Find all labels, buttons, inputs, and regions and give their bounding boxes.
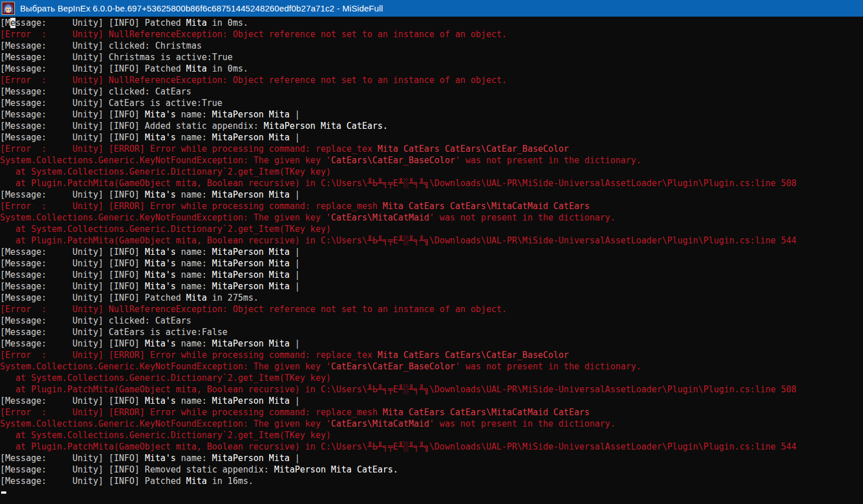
log-text-segment: name: [176,396,212,406]
log-text-segment: System.Collections.Generic.KeyNotFoundEx… [0,155,331,166]
log-text-segment: MitaPerson Mita [212,258,289,269]
log-text-segment: Mita [186,18,207,28]
console-line: [Message: Unity] [INFO] Mita's name: Mit… [0,452,863,464]
log-text-segment: [Error : Unity] [ERROR] Error while proc… [0,350,377,360]
console-line: [Message: Unity] [INFO] Added static app… [0,120,863,132]
log-text-segment: Mita's [145,109,176,120]
log-text-segment: MitaPerson Mita [212,453,289,463]
console-line: System.Collections.Generic.KeyNotFoundEx… [0,212,863,223]
log-text-segment: MitaPerson Mita [212,190,289,200]
console-line: System.Collections.Generic.KeyNotFoundEx… [0,418,863,430]
console-window: Выбрать BepInEx 6.0.0-be.697+53625800b86… [0,0,863,504]
log-text-segment: [Message: Unity] Christmas is active:Tru… [0,52,233,62]
titlebar[interactable]: Выбрать BepInEx 6.0.0-be.697+53625800b86… [0,0,863,17]
console-line: at System.Collections.Generic.Dictionary… [0,372,863,384]
log-text-segment: [Error : Unity] [ERROR] Error while proc… [0,144,377,154]
selection-block-cursor: e [10,18,15,28]
console-line: [Error : Unity] [ERROR] Error while proc… [0,407,863,418]
console-line: [Error : Unity] NullReferenceException: … [0,74,863,86]
log-text-segment: ' was not present in the dictionary. [455,155,641,166]
log-text-segment: name: [176,109,212,120]
console-line: [Message: Unity] [INFO] Patched Mita in … [0,63,863,74]
console-line: at Plugin.PatchMita(GameObject mita, Boo… [0,235,863,246]
log-text-segment: Mita CatEars CatEars\MitaCatMaid CatEars [383,201,589,211]
log-text-segment: [Message: Unity] [INFO] [0,453,145,463]
log-text-segment: [Message: Unity] clicked: Christmas [0,41,202,51]
log-text-segment: MitaPerson Mita [212,247,289,257]
log-text-segment: Mita CatEars CatEars\CatEar_BaseColor [377,350,569,360]
console-output[interactable]: [Message: Unity] [INFO] Patched Mita in … [0,17,863,504]
log-text-segment: System.Collections.Generic.KeyNotFoundEx… [0,419,331,429]
log-text-segment: Mita [186,476,207,486]
log-text-segment: at Plugin.PatchMita(GameObject mita, Boo… [0,178,797,188]
log-text-segment: MitaPerson Mita [212,109,289,120]
console-line: at Plugin.PatchMita(GameObject mita, Boo… [0,384,863,395]
log-text-segment: at System.Collections.Generic.Dictionary… [0,167,331,177]
console-line: [Message: Unity] [INFO] Removed static a… [0,464,863,475]
console-line: [Message: Unity] [INFO] Mita's name: Mit… [0,395,863,407]
console-line: at System.Collections.Generic.Dictionary… [0,430,863,441]
log-text-segment: MitaPerson Mita [212,270,289,280]
console-line: [Message: Unity] [INFO] Mita's name: Mit… [0,109,863,120]
log-text-segment: name: [176,453,212,463]
log-text-segment: [Message: Unity] [INFO] [0,247,145,257]
console-line: System.Collections.Generic.KeyNotFoundEx… [0,361,863,372]
console-line: [Message: Unity] [INFO] Mita's name: Mit… [0,132,863,143]
console-line: [Message: Unity] CatEars is active:True [0,97,863,109]
log-text-segment: [Error : Unity] NullReferenceException: … [0,29,507,40]
log-text-segment: at Plugin.PatchMita(GameObject mita, Boo… [0,235,797,246]
log-text-segment: Mita [186,64,207,74]
log-text-segment: Mita's [145,338,176,349]
console-line: [Message: Unity] clicked: CatEars [0,86,863,97]
log-text-segment: Mita's [145,396,176,406]
console-line: at System.Collections.Generic.Dictionary… [0,166,863,178]
log-text-segment: | [290,190,300,200]
console-line: [Message: Unity] [INFO] Mita's name: Mit… [0,281,863,292]
console-line: [Message: Unity] [INFO] Mita's name: Mit… [0,269,863,281]
console-line: [Message: Unity] Christmas is active:Tru… [0,52,863,63]
log-text-segment: Mita [186,293,207,303]
log-text-segment: MitaPerson Mita [212,132,289,143]
console-line: [Message: Unity] [INFO] Mita's name: Mit… [0,338,863,349]
log-text-segment: [Message: Unity] clicked: CatEars [0,316,191,326]
console-line: at Plugin.PatchMita(GameObject mita, Boo… [0,441,863,452]
log-text-segment: [Message: Unity] [INFO] [0,396,145,406]
log-text-segment: name: [176,132,212,143]
log-text-segment: | [290,396,300,406]
log-text-segment: Mita's [145,190,176,200]
log-text-segment: [Message: Unity] CatEars is active:True [0,98,222,108]
log-text-segment: Mita CatEars CatEars\CatEar_BaseColor [377,144,569,154]
log-text-segment: [Error : Unity] NullReferenceException: … [0,75,507,85]
log-text-segment: ssage: Unity] [INFO] Patched [15,18,186,28]
console-line: [Error : Unity] [ERROR] Error while proc… [0,143,863,155]
console-line: [Message: Unity] [INFO] Patched Mita in … [0,292,863,304]
log-text-segment: | [290,132,300,143]
log-text-segment: MitaPerson Mita [212,281,289,292]
log-text-segment: Mita's [145,247,176,257]
log-text-segment: in 275ms. [207,293,258,303]
log-text-segment: Mita's [145,453,176,463]
log-text-segment: [Error : Unity] [ERROR] Error while proc… [0,201,383,211]
window-title: Выбрать BepInEx 6.0.0-be.697+53625800b86… [20,3,383,13]
log-text-segment: | [290,453,300,463]
mita-avatar-icon [2,2,15,15]
log-text-segment: Mita's [145,270,176,280]
log-text-segment: at System.Collections.Generic.Dictionary… [0,430,331,440]
log-text-segment: CatEars\MitaCatMaid [331,419,429,429]
log-text-segment: [Message: Unity] clicked: CatEars [0,86,191,97]
log-text-segment: System.Collections.Generic.KeyNotFoundEx… [0,212,331,223]
console-line: at System.Collections.Generic.Dictionary… [0,223,863,235]
log-text-segment: | [290,270,300,280]
console-line: [Error : Unity] NullReferenceException: … [0,29,863,40]
log-text-segment: name: [176,258,212,269]
console-line: [Message: Unity] [INFO] Mita's name: Mit… [0,189,863,200]
console-line: [Message: Unity] clicked: Christmas [0,40,863,52]
console-text-cursor [1,491,6,494]
log-text-segment: MitaPerson Mita CatEars. [264,121,388,131]
log-text-segment: [Message: Unity] [INFO] [0,258,145,269]
log-text-segment: [Error : Unity] NullReferenceException: … [0,304,507,314]
log-text-segment: CatEars\MitaCatMaid [331,212,429,223]
console-line: [Error : Unity] [ERROR] Error while proc… [0,200,863,212]
log-text-segment: in 0ms. [207,64,248,74]
log-text-segment: ' was not present in the dictionary. [429,419,616,429]
